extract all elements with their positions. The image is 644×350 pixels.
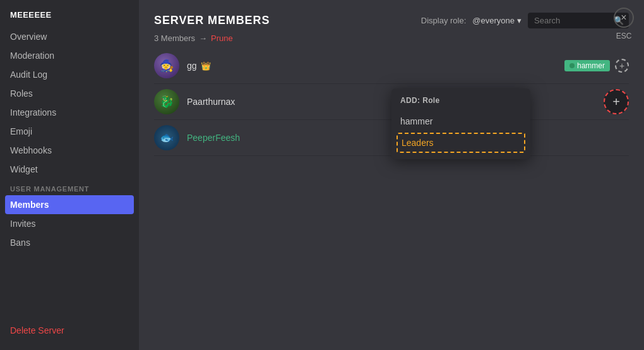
- dropdown-add-label: ADD: Role: [391, 96, 530, 111]
- member-name: gg: [187, 61, 197, 71]
- member-name: Paarthurnax: [187, 97, 388, 107]
- role-tag: hammer: [564, 60, 610, 71]
- sidebar-item-widget[interactable]: Widget: [0, 160, 139, 179]
- sidebar-item-moderation[interactable]: Moderation: [0, 46, 139, 65]
- member-count: 3 Members: [154, 33, 195, 43]
- role-label: hammer: [577, 61, 605, 70]
- main-content: × ESC SERVER MEMBERS Display role: @ever…: [139, 0, 644, 350]
- sidebar-item-members[interactable]: Members: [5, 195, 134, 214]
- close-button[interactable]: ×: [614, 8, 634, 28]
- avatar: 🐟: [154, 125, 179, 150]
- add-role-button[interactable]: +: [615, 59, 629, 73]
- prune-link[interactable]: Prune: [211, 33, 233, 43]
- members-sub-header: 3 Members → Prune: [139, 28, 644, 48]
- avatar: 🐉: [154, 89, 179, 114]
- dropdown-item-leaders[interactable]: Leaders: [397, 133, 525, 153]
- dropdown-item-hammer[interactable]: hammer: [391, 111, 530, 131]
- display-role-label: Display role:: [421, 16, 467, 25]
- sidebar: MEEEEEE Overview Moderation Audit Log Ro…: [0, 0, 139, 350]
- crown-icon: 👑: [201, 61, 211, 71]
- add-role-button-large[interactable]: +: [604, 89, 629, 114]
- arrow-icon: →: [199, 33, 207, 43]
- avatar: 🧙: [154, 53, 179, 78]
- sidebar-item-audit-log[interactable]: Audit Log: [0, 65, 139, 84]
- header-right: Display role: @everyone ▾ 🔍: [421, 13, 629, 28]
- sidebar-item-roles[interactable]: Roles: [0, 84, 139, 103]
- table-row: 🧙 gg 👑 hammer +: [154, 48, 629, 84]
- display-role-select[interactable]: @everyone ▾: [472, 16, 522, 25]
- sidebar-item-emoji[interactable]: Emoji: [0, 122, 139, 141]
- sidebar-item-webhooks[interactable]: Webhooks: [0, 141, 139, 160]
- main-header: SERVER MEMBERS Display role: @everyone ▾…: [139, 0, 644, 28]
- search-input[interactable]: [534, 16, 610, 25]
- sidebar-item-integrations[interactable]: Integrations: [0, 103, 139, 122]
- role-dropdown: ADD: Role hammer Leaders: [391, 88, 530, 159]
- esc-label: ESC: [616, 32, 632, 40]
- top-right-controls: × ESC: [604, 0, 644, 48]
- server-name: MEEEEEE: [0, 10, 139, 27]
- delete-server-button[interactable]: Delete Server: [0, 321, 139, 340]
- chevron-down-icon: ▾: [517, 16, 522, 25]
- page-title: SERVER MEMBERS: [154, 14, 270, 27]
- sidebar-item-bans[interactable]: Bans: [0, 233, 139, 252]
- user-management-section-label: USER MANAGEMENT: [0, 179, 139, 195]
- sidebar-item-invites[interactable]: Invites: [0, 214, 139, 233]
- sidebar-item-overview[interactable]: Overview: [0, 27, 139, 46]
